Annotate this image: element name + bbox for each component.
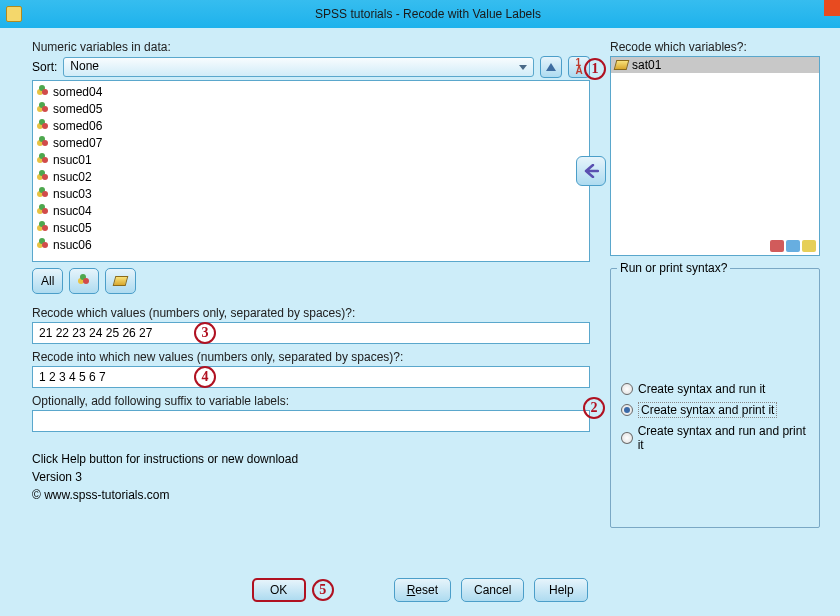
nominal-icon — [37, 171, 49, 183]
callout-5: 5 — [312, 579, 334, 601]
var-name: somed06 — [53, 119, 102, 133]
variable-item[interactable]: somed04 — [33, 83, 589, 100]
right-panel: Recode which variables?: sat01 1 Run — [610, 40, 820, 565]
target-vars-label: Recode which variables?: — [610, 40, 820, 54]
variable-item[interactable]: nsuc04 — [33, 202, 589, 219]
sort-label: Sort: — [32, 60, 57, 74]
radio-icon — [621, 432, 633, 444]
nominal-icon — [37, 205, 49, 217]
app-icon — [6, 6, 22, 22]
scale-icon — [113, 276, 129, 286]
radio-option[interactable]: Create syntax and print it — [621, 399, 809, 421]
nominal-icon — [37, 188, 49, 200]
variables-listbox[interactable]: somed04somed05somed06somed07nsuc01nsuc02… — [32, 80, 590, 262]
filter-all-button[interactable]: All — [32, 268, 63, 294]
variable-item[interactable]: nsuc03 — [33, 185, 589, 202]
info-line3: © www.spss-tutorials.com — [32, 486, 590, 504]
window-title: SPSS tutorials - Recode with Value Label… — [22, 7, 834, 21]
callout-2: 2 — [583, 397, 605, 419]
nominal-icon — [37, 137, 49, 149]
var-name: nsuc02 — [53, 170, 92, 184]
arrow-left-icon — [583, 164, 599, 178]
info-line2: Version 3 — [32, 468, 590, 486]
var-name: somed04 — [53, 85, 102, 99]
numeric-vars-label: Numeric variables in data: — [32, 40, 590, 54]
recode-into-input[interactable] — [32, 366, 590, 388]
nominal-icon — [37, 154, 49, 166]
selected-var-name: sat01 — [632, 58, 661, 72]
filter-type2-button[interactable] — [105, 268, 136, 294]
sort-alpha-icon: 1A — [575, 59, 582, 75]
selected-variable-item[interactable]: sat01 — [611, 57, 819, 73]
suffix-input[interactable] — [32, 410, 590, 432]
reset-label: eset — [415, 583, 438, 597]
var-name: nsuc01 — [53, 153, 92, 167]
var-name: somed07 — [53, 136, 102, 150]
recode-values-label: Recode which values (numbers only, separ… — [32, 306, 590, 320]
scale-icon — [614, 60, 630, 70]
recode-values-input[interactable] — [32, 322, 590, 344]
variable-item[interactable]: nsuc02 — [33, 168, 589, 185]
info-block: Click Help button for instructions or ne… — [32, 450, 590, 504]
ordinal-type-icon — [786, 240, 800, 252]
content-area: Numeric variables in data: Sort: None 1A… — [0, 28, 840, 573]
radio-icon — [621, 404, 633, 416]
sort-dropdown[interactable]: None — [63, 57, 534, 77]
var-name: somed05 — [53, 102, 102, 116]
scale-type-icon — [802, 240, 816, 252]
callout-4: 4 — [194, 366, 216, 388]
nominal-icon — [37, 239, 49, 251]
variable-item[interactable]: somed06 — [33, 117, 589, 134]
recode-into-label: Recode into which new values (numbers on… — [32, 350, 590, 364]
suffix-label: Optionally, add following suffix to vari… — [32, 394, 590, 408]
variable-item[interactable]: nsuc05 — [33, 219, 589, 236]
nominal-icon — [37, 222, 49, 234]
ok-button[interactable]: OK — [252, 578, 306, 602]
filter-type1-button[interactable] — [69, 268, 99, 294]
type-icons — [770, 240, 816, 252]
nominal-icon — [37, 120, 49, 132]
variable-item[interactable]: somed05 — [33, 100, 589, 117]
radio-option[interactable]: Create syntax and run it — [621, 379, 809, 399]
arrow-up-icon — [546, 63, 556, 71]
dialog-window: SPSS tutorials - Recode with Value Label… — [0, 0, 840, 616]
radio-label: Create syntax and print it — [638, 402, 777, 418]
var-name: nsuc03 — [53, 187, 92, 201]
fieldset-legend: Run or print syntax? — [617, 261, 730, 275]
nominal-icon — [78, 275, 90, 287]
move-variable-button[interactable] — [576, 156, 606, 186]
reset-button[interactable]: Reset — [394, 578, 451, 602]
nominal-icon — [37, 103, 49, 115]
radio-label: Create syntax and run and print it — [638, 424, 809, 452]
callout-1: 1 — [584, 58, 606, 80]
sort-value: None — [70, 59, 99, 73]
info-line1: Click Help button for instructions or ne… — [32, 450, 590, 468]
nominal-icon — [37, 86, 49, 98]
variable-item[interactable]: nsuc01 — [33, 151, 589, 168]
run-print-fieldset: Run or print syntax? Create syntax and r… — [610, 268, 820, 528]
left-panel: Numeric variables in data: Sort: None 1A… — [32, 40, 590, 565]
cancel-button[interactable]: Cancel — [461, 578, 524, 602]
nominal-type-icon — [770, 240, 784, 252]
radio-option[interactable]: Create syntax and run and print it — [621, 421, 809, 455]
radio-icon — [621, 383, 633, 395]
target-vars-listbox[interactable]: sat01 — [610, 56, 820, 256]
sort-direction-button[interactable] — [540, 56, 562, 78]
help-button[interactable]: Help — [534, 578, 588, 602]
variable-item[interactable]: nsuc06 — [33, 236, 589, 253]
close-icon[interactable] — [824, 0, 840, 16]
titlebar: SPSS tutorials - Recode with Value Label… — [0, 0, 840, 28]
dialog-button-row: OK 5 Reset Cancel Help — [0, 573, 840, 616]
var-name: nsuc05 — [53, 221, 92, 235]
var-name: nsuc06 — [53, 238, 92, 252]
radio-label: Create syntax and run it — [638, 382, 765, 396]
var-name: nsuc04 — [53, 204, 92, 218]
callout-3: 3 — [194, 322, 216, 344]
variable-item[interactable]: somed07 — [33, 134, 589, 151]
